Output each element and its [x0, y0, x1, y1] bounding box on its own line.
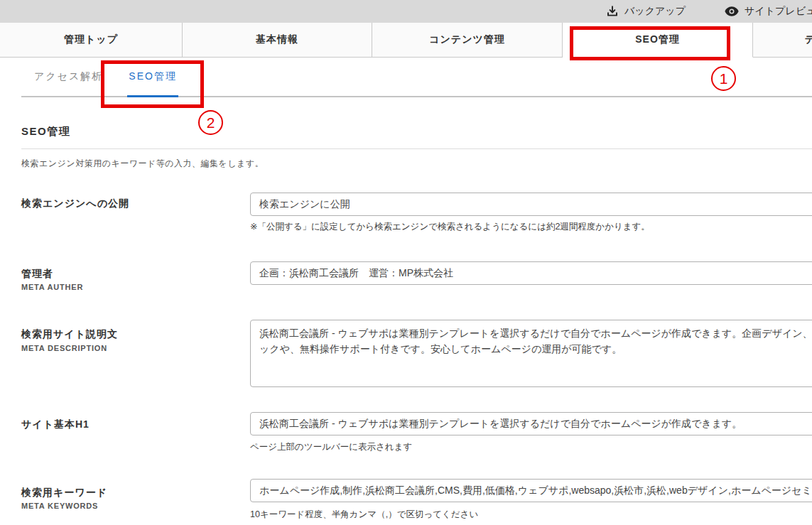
page-description: 検索エンジン対策用のキーワード等の入力、編集をします。 — [21, 158, 264, 170]
meta-description-line2: ックや、無料操作サポート付きです。安心してホームページの運用が可能です。 — [259, 341, 812, 357]
site-h1-input[interactable] — [250, 412, 812, 435]
backup-button[interactable]: バックアップ — [606, 0, 686, 23]
tab-seo-management[interactable]: SEO管理 — [563, 23, 753, 58]
description-field-label: 検索用サイト説明文 — [21, 328, 118, 341]
meta-description-textarea[interactable]: 浜松商工会議所 - ウェブサポは業種別テンプレートを選択するだけで自分でホームペ… — [250, 320, 812, 387]
meta-author-input[interactable] — [250, 261, 812, 285]
keywords-field-label: 検索用キーワード — [21, 487, 107, 499]
description-field-meta: META DESCRIPTION — [21, 344, 107, 352]
subtab-access-analytics[interactable]: アクセス解析 — [21, 58, 116, 96]
annotation-circle-step2: 2 — [198, 110, 223, 135]
backup-label: バックアップ — [624, 5, 686, 18]
main-tab-bar: 管理トップ 基本情報 コンテンツ管理 SEO管理 デ — [0, 23, 812, 58]
tab-next-clipped[interactable]: デ — [753, 23, 812, 58]
search-engine-publish-select[interactable]: 検索エンジンに公開 — [250, 193, 812, 216]
publish-field-note: ※「公開する」に設定してから検索エンジンで検索されるようになるには約2週間程度か… — [250, 221, 650, 233]
sub-tab-bar: アクセス解析 SEO管理 — [21, 58, 812, 97]
site-preview-label: サイトプレビュー — [745, 5, 812, 18]
tab-admin-top[interactable]: 管理トップ — [0, 23, 183, 58]
author-field-label: 管理者 — [21, 268, 53, 281]
meta-description-line1: 浜松商工会議所 - ウェブサポは業種別テンプレートを選択するだけで自分でホームペ… — [259, 325, 812, 341]
keywords-field-note: 10キーワード程度、半角カンマ（,）で区切ってください — [250, 509, 478, 521]
title-divider — [21, 148, 812, 149]
keywords-field-meta: META KEYWORDS — [21, 502, 98, 510]
site-h1-field-label: サイト基本H1 — [21, 418, 90, 431]
meta-keywords-input[interactable] — [250, 479, 812, 502]
tab-content-management[interactable]: コンテンツ管理 — [372, 23, 563, 58]
publish-field-label: 検索エンジンへの公開 — [21, 197, 129, 210]
site-h1-note: ページ上部のツールバーに表示されます — [250, 441, 412, 453]
site-preview-button[interactable]: サイトプレビュー — [725, 0, 812, 23]
admin-page: バックアップ サイトプレビュー 管理トップ 基本情報 コンテンツ管理 SEO管理… — [0, 0, 812, 525]
download-icon — [606, 5, 619, 18]
eye-icon — [725, 6, 739, 16]
page-title: SEO管理 — [21, 125, 70, 139]
subtab-seo-management[interactable]: SEO管理 — [116, 58, 190, 96]
author-field-meta: META AUTHER — [21, 283, 83, 291]
top-utility-bar: バックアップ サイトプレビュー — [0, 0, 812, 23]
tab-basic-info[interactable]: 基本情報 — [183, 23, 372, 58]
